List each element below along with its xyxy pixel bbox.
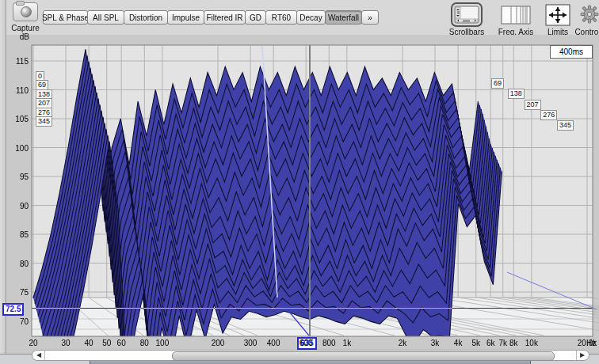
toolbar: Capture SPL & PhaseAll SPLDistortionImpu… bbox=[6, 0, 599, 35]
graph-tabs: SPL & PhaseAll SPLDistortionImpulseFilte… bbox=[44, 10, 379, 25]
horizontal-scrollbar[interactable]: ◀ ▶ bbox=[32, 350, 589, 361]
capture-label: Capture bbox=[8, 24, 43, 32]
tab-rt60[interactable]: RT60 bbox=[265, 10, 297, 25]
tab-filtered-ir[interactable]: Filtered IR bbox=[204, 10, 246, 25]
scroll-left-arrow[interactable]: ◀ bbox=[33, 351, 45, 360]
scrollbar-thumb[interactable] bbox=[172, 351, 555, 361]
tab-impulse[interactable]: Impulse bbox=[167, 10, 204, 25]
chart-area[interactable] bbox=[6, 35, 599, 351]
tab-gd[interactable]: GD bbox=[245, 10, 266, 25]
window-left-edge bbox=[0, 0, 6, 354]
toolbar-right-tools: Scrollbars Freq. Axis bbox=[438, 2, 599, 35]
tab-all-spl[interactable]: All SPL bbox=[87, 10, 124, 25]
tab--[interactable]: » bbox=[361, 10, 379, 25]
tab-distortion[interactable]: Distortion bbox=[124, 10, 168, 25]
tab-spl-phase[interactable]: SPL & Phase bbox=[43, 10, 88, 25]
tab-decay[interactable]: Decay bbox=[296, 10, 326, 25]
controls-icon bbox=[578, 3, 599, 25]
tab-waterfall[interactable]: Waterfall bbox=[325, 10, 362, 25]
freq-axis-button[interactable]: Freq. Axis bbox=[498, 2, 534, 36]
scrollbars-icon bbox=[451, 2, 483, 27]
limits-button[interactable]: Limits bbox=[544, 2, 572, 36]
scrollbars-button[interactable]: Scrollbars bbox=[449, 2, 484, 36]
limits-icon bbox=[545, 4, 570, 26]
camera-icon bbox=[13, 2, 38, 21]
scroll-right-arrow[interactable]: ▶ bbox=[576, 351, 588, 360]
freq-axis-icon bbox=[501, 6, 531, 25]
capture-button[interactable]: Capture bbox=[8, 2, 43, 34]
controls-button[interactable]: Controls bbox=[578, 2, 599, 36]
